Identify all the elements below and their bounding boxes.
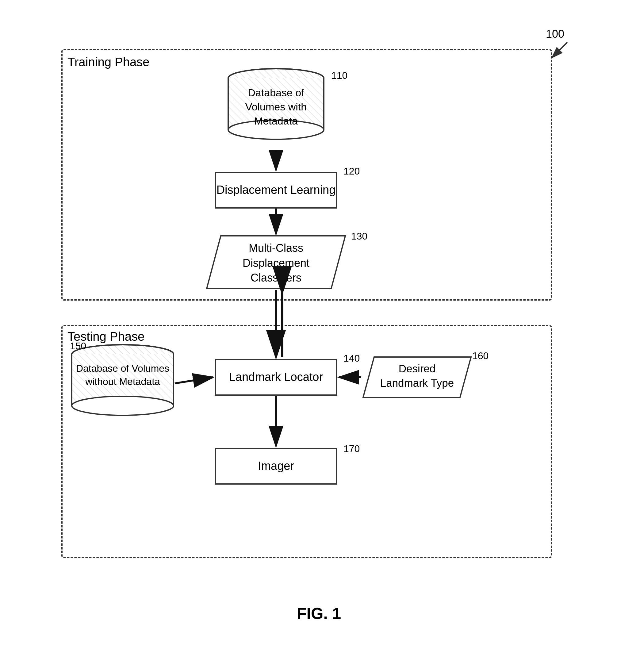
db-volumes-cylinder: Database of Volumes with Metadata [227,68,325,147]
ref-120: 120 [344,166,360,177]
svg-point-20 [72,396,174,415]
imager-box: Imager [215,448,337,485]
svg-line-0 [552,42,567,58]
desired-landmark-parallelogram: Desired Landmark Type [362,356,472,399]
classifiers-label: Multi-Class Displacement Classifiers [224,241,328,286]
db-no-metadata-label: Database of Volumes without Metadata [71,362,175,388]
ref-140: 140 [344,353,360,364]
ref-160: 160 [472,350,489,362]
ref-100-label: 100 [546,28,564,41]
db-no-meta-bottom [71,395,175,417]
ref-100-arrow [549,39,573,64]
displacement-learning-box: Displacement Learning [215,172,337,208]
db-volumes-label: Database of Volumes with Metadata [227,86,325,128]
ref-170: 170 [344,443,360,455]
classifiers-parallelogram: Multi-Class Displacement Classifiers [205,235,347,290]
training-phase-label: Training Phase [68,55,150,69]
figure-label: FIG. 1 [297,604,341,623]
desired-landmark-label: Desired Landmark Type [374,361,460,391]
db-no-metadata-cylinder: Database of Volumes without Metadata [71,344,175,423]
ref-130: 130 [351,231,367,242]
landmark-locator-box: Landmark Locator [215,359,337,396]
ref-110: 110 [331,70,347,81]
ref-150: 150 [70,340,86,352]
